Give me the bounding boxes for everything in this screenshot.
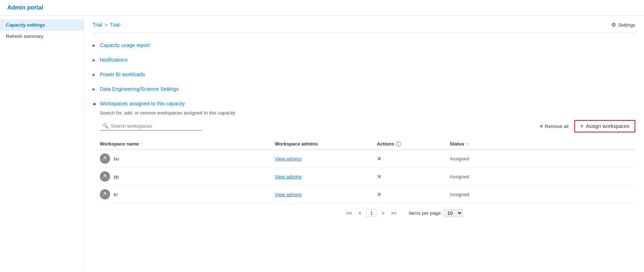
avatar xyxy=(100,189,110,199)
status-cell-bu: Assigned xyxy=(450,156,635,162)
main-content: Trial > Trial- ⚙ Settings ▶ Capacity usa… xyxy=(84,16,644,271)
settings-link[interactable]: ⚙ Settings xyxy=(611,22,635,28)
chevron-right-icon: ▶ xyxy=(93,73,97,77)
search-icon: 🔍 xyxy=(103,123,109,129)
table-row: bu View admins ✕ Assigned xyxy=(100,150,635,168)
section-label: Data Engineering/Science Settings xyxy=(100,86,179,92)
sort-icon-status[interactable]: ↑↓ xyxy=(466,142,469,146)
view-admins-link-bu[interactable]: View admins xyxy=(275,156,301,162)
workspace-action-buttons: ✕ Remove all + Assign workspaces xyxy=(539,120,635,132)
col-header-actions: Actions i xyxy=(377,141,450,147)
admins-cell-tri: View admins xyxy=(275,191,377,197)
col-header-admins: Workspace admins xyxy=(275,141,377,147)
app-title: Admin portal xyxy=(7,4,43,11)
close-icon: ✕ xyxy=(539,124,543,129)
plus-icon: + xyxy=(580,123,583,129)
section-notifications: ▶ Notifications xyxy=(93,53,635,66)
table-row: tri View admins ✕ Assigned xyxy=(100,186,635,203)
assign-workspaces-button[interactable]: + Assign workspaces xyxy=(574,120,635,132)
sidebar: Capacity settings Refresh summary xyxy=(0,16,84,271)
breadcrumb-separator: > xyxy=(105,22,108,28)
pagination-last-button[interactable]: >> xyxy=(390,210,398,217)
section-workspaces: ◀ Workspaces assigned to this capacity S… xyxy=(93,97,635,217)
section-label: Notifications xyxy=(100,57,128,63)
col-header-status: Status ↑↓ xyxy=(450,141,635,147)
remove-all-button[interactable]: ✕ Remove all xyxy=(539,124,569,129)
section-label: Power BI workloads xyxy=(100,71,145,77)
table-header: Workspace name ↑ Workspace admins Action… xyxy=(100,138,635,150)
breadcrumb-part1[interactable]: Trial xyxy=(93,22,102,28)
gear-icon: ⚙ xyxy=(611,22,616,28)
section-power-bi: ▶ Power BI workloads xyxy=(93,68,635,81)
workspace-name-cell-tri: tri xyxy=(100,189,275,199)
workspace-name-pp: pp xyxy=(114,174,119,179)
chevron-down-icon: ◀ xyxy=(93,102,97,106)
admins-cell-pp: View admins xyxy=(275,174,377,179)
avatar xyxy=(100,154,110,164)
sort-icon-name[interactable]: ↑ xyxy=(140,142,142,146)
items-per-page-label: Items per page: xyxy=(409,210,442,216)
workspaces-table: Workspace name ↑ Workspace admins Action… xyxy=(100,138,635,203)
section-label: Capacity usage report xyxy=(100,42,150,48)
sidebar-item-capacity-settings[interactable]: Capacity settings xyxy=(0,19,83,31)
remove-workspace-bu-button[interactable]: ✕ xyxy=(377,156,382,162)
pagination-next-button[interactable]: > xyxy=(380,210,386,217)
info-icon[interactable]: i xyxy=(396,141,401,147)
remove-workspace-tri-button[interactable]: ✕ xyxy=(377,191,382,198)
actions-cell-pp: ✕ xyxy=(377,173,450,180)
section-data-eng: ▶ Data Engineering/Science Settings xyxy=(93,82,635,96)
status-cell-tri: Assigned xyxy=(450,191,635,197)
chevron-right-icon: ▶ xyxy=(93,87,97,91)
pagination: << < 1 > >> Items per page: 10 25 50 100 xyxy=(100,209,635,217)
pagination-prev-button[interactable]: < xyxy=(357,210,363,217)
avatar xyxy=(100,171,110,182)
actions-cell-bu: ✕ xyxy=(377,155,450,162)
view-admins-link-tri[interactable]: View admins xyxy=(275,192,301,197)
status-cell-pp: Assigned xyxy=(450,174,635,179)
chevron-right-icon: ▶ xyxy=(93,43,97,47)
items-per-page-control: Items per page: 10 25 50 100 xyxy=(409,209,463,217)
sidebar-item-refresh-summary[interactable]: Refresh summary xyxy=(0,31,83,42)
col-header-name: Workspace name ↑ xyxy=(100,141,275,147)
pagination-first-button[interactable]: << xyxy=(345,210,354,217)
table-row: pp View admins ✕ Assigned xyxy=(100,168,635,186)
search-workspaces-box: 🔍 xyxy=(100,122,202,131)
items-per-page-select[interactable]: 10 25 50 100 xyxy=(444,209,463,217)
workspaces-section-label: Workspaces assigned to this capacity xyxy=(100,101,185,106)
workspace-name-tri: tri xyxy=(114,192,118,197)
view-admins-link-pp[interactable]: View admins xyxy=(275,174,301,179)
breadcrumb: Trial > Trial- xyxy=(93,22,121,28)
actions-cell-tri: ✕ xyxy=(377,191,450,198)
breadcrumb-part2[interactable]: Trial- xyxy=(110,22,121,28)
workspace-name-bu: bu xyxy=(114,156,119,162)
remove-workspace-pp-button[interactable]: ✕ xyxy=(377,174,382,180)
workspaces-description: Search for, add, or remove workspaces as… xyxy=(100,110,635,116)
admins-cell-bu: View admins xyxy=(275,156,377,162)
workspace-name-cell-bu: bu xyxy=(100,154,275,164)
settings-label: Settings xyxy=(618,22,635,28)
pagination-current-page: 1 xyxy=(366,209,376,217)
workspace-name-cell-pp: pp xyxy=(100,171,275,182)
chevron-right-icon: ▶ xyxy=(93,58,97,62)
section-capacity-usage: ▶ Capacity usage report xyxy=(93,39,635,52)
search-workspaces-input[interactable] xyxy=(111,123,191,129)
